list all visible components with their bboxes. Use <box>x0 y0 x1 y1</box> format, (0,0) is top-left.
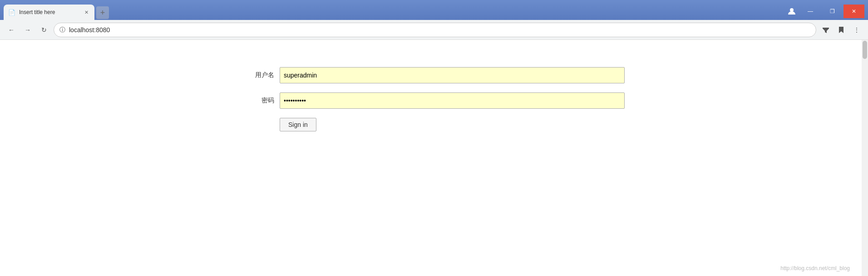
bookmark-button[interactable] <box>834 23 848 37</box>
sign-in-button[interactable]: Sign in <box>280 118 316 131</box>
filter-button[interactable] <box>819 23 833 37</box>
close-button[interactable]: ✕ <box>843 5 864 18</box>
watermark: http://blog.csdn.net/cml_blog <box>780 265 850 271</box>
title-bar: 📄 Insert title here ✕ + — ❐ ✕ <box>0 0 868 20</box>
profile-button[interactable] <box>784 5 800 18</box>
signin-row: Sign in <box>243 118 625 131</box>
tab-close-button[interactable]: ✕ <box>83 9 90 16</box>
nav-bar: ← → ↻ ⓘ ⋮ <box>0 20 868 40</box>
forward-button[interactable]: → <box>21 23 35 37</box>
scrollbar[interactable] <box>862 40 868 276</box>
window-controls: — ❐ ✕ <box>800 5 864 18</box>
nav-action-buttons: ⋮ <box>819 23 863 37</box>
more-button[interactable]: ⋮ <box>850 23 863 37</box>
password-label: 密码 <box>243 97 280 105</box>
tab-strip: 📄 Insert title here ✕ + <box>4 5 784 20</box>
back-button[interactable]: ← <box>5 23 18 37</box>
tab-title: Insert title here <box>19 9 79 15</box>
reload-button[interactable]: ↻ <box>37 23 51 37</box>
address-input[interactable] <box>69 26 810 34</box>
browser-window: 📄 Insert title here ✕ + — ❐ ✕ ← → ↻ ⓘ <box>0 0 868 276</box>
minimize-button[interactable]: — <box>800 5 821 18</box>
username-input[interactable] <box>280 67 625 83</box>
username-label: 用户名 <box>243 71 280 79</box>
active-tab[interactable]: 📄 Insert title here ✕ <box>4 5 94 20</box>
password-row: 密码 <box>243 92 625 109</box>
maximize-button[interactable]: ❐ <box>822 5 843 18</box>
new-tab-button[interactable]: + <box>96 6 109 19</box>
page-content: 用户名 密码 Sign in http://blog.csdn.net/cml_… <box>0 40 868 276</box>
password-input[interactable] <box>280 92 625 109</box>
svg-marker-1 <box>839 27 843 33</box>
secure-icon: ⓘ <box>59 26 65 34</box>
svg-point-0 <box>790 8 794 12</box>
address-bar[interactable]: ⓘ <box>54 23 816 37</box>
tab-favicon: 📄 <box>8 9 15 16</box>
scrollbar-thumb[interactable] <box>863 41 867 59</box>
login-form: 用户名 密码 Sign in <box>243 67 625 140</box>
username-row: 用户名 <box>243 67 625 83</box>
